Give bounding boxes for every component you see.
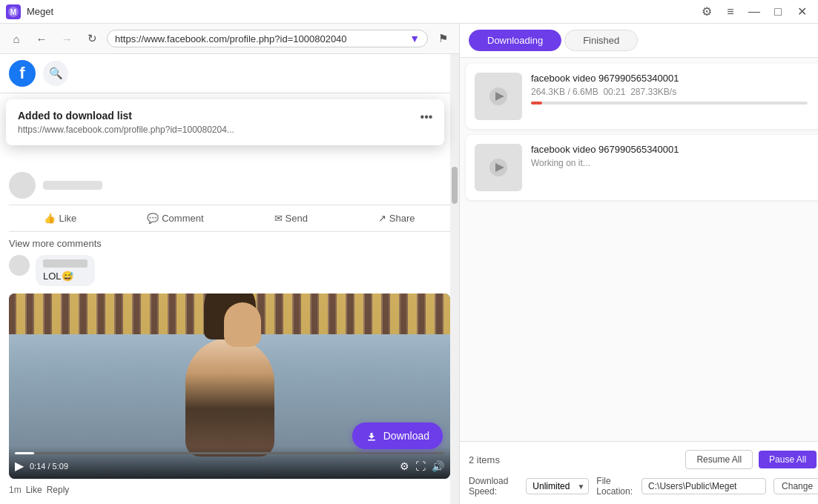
download-tabs: Downloading Finished [460,24,818,58]
right-panel: Downloading Finished facebook video 9679… [460,24,818,504]
send-icon: ✉ [274,213,283,224]
item-thumbnail [475,144,522,191]
bookmark-button[interactable]: ⚑ [432,28,453,49]
reply-button[interactable]: Reply [47,485,70,495]
item-title: facebook video 967990565340001 [531,73,808,84]
bottom-bar-bottom: Download Speed: Unlimited 512 KB/s 1 MB/… [469,476,818,497]
comment-time: 1m [9,485,22,495]
home-button[interactable]: ⌂ [6,28,27,49]
main-layout: ⌂ ← → ↻ ▼ ⚑ f 🔍 Added to downlo [0,24,818,504]
download-item: facebook video 967990565340001 Working o… [466,135,818,200]
item-status: Working on it... [531,158,818,168]
post-area: 👍 Like 💬 Comment ✉ Send ↗ [0,166,459,501]
close-button[interactable]: ✕ [791,1,812,22]
play-icon [488,157,509,178]
pause-all-button[interactable]: Pause All [759,451,817,468]
title-bar: M Meget ⚙ ≡ — □ ✕ [0,0,818,24]
comment-button[interactable]: 💬 Comment [141,210,209,227]
video-progress-fill [15,452,34,454]
video-player[interactable]: ▶ 0:14 / 5:09 ⚙ ⛶ 🔊 [9,294,450,479]
browser-content: f 🔍 Added to download list https://www.f… [0,54,459,504]
share-label: Share [389,213,415,224]
share-icon: ↗ [378,213,386,224]
download-items-list: facebook video 967990565340001 264.3KB /… [460,58,818,441]
comment-reply-row: 1m Like Reply [9,485,450,495]
resume-all-button[interactable]: Resume All [685,450,753,469]
comment-row: LOL😅 [9,255,450,286]
speed-select-wrapper: Unlimited 512 KB/s 1 MB/s 2 MB/s ▼ [526,478,589,494]
bottom-actions: Resume All Pause All 🗑 [685,449,818,470]
tab-downloading[interactable]: Downloading [469,30,561,51]
bottom-bar: 2 items Resume All Pause All 🗑 Download … [460,441,818,504]
video-controls: ▶ 0:14 / 5:09 ⚙ ⛶ 🔊 [9,446,450,479]
maximize-button[interactable]: □ [768,1,788,22]
comment-icon: 💬 [147,213,159,224]
play-icon [488,86,509,107]
browser-panel: ⌂ ← → ↻ ▼ ⚑ f 🔍 Added to downlo [0,24,460,504]
send-button[interactable]: ✉ Send [268,210,314,227]
download-button[interactable]: Download [352,422,443,449]
settings-button[interactable]: ⚙ [696,1,717,22]
download-button-container: Download [352,422,443,449]
video-progress-bar[interactable] [15,452,444,454]
svg-rect-2 [368,440,375,441]
post-header [9,172,450,199]
download-label: Download [383,430,429,442]
like-button[interactable]: 👍 Like [38,210,82,227]
reply-like-button[interactable]: Like [26,485,42,495]
address-input[interactable] [115,33,405,44]
like-icon: 👍 [44,213,56,224]
download-speed-label: Download Speed: [469,476,518,497]
menu-button[interactable]: ≡ [720,1,741,22]
facebook-header: f 🔍 [0,54,459,93]
popup-url: https://www.facebook.com/profile.php?id=… [18,125,432,135]
nav-bar: ⌂ ← → ↻ ▼ ⚑ [0,24,459,54]
browser-inner: f 🔍 Added to download list https://www.f… [0,54,459,504]
comment-bubble: LOL😅 [36,255,95,286]
item-meta: 264.3KB / 6.6MB 00:21 287.33KB/s [531,87,808,97]
comment-label: Comment [162,213,203,224]
app-title: Meget [27,6,53,17]
post-avatar [9,172,36,199]
video-time-display: 0:14 / 5:09 [30,462,68,471]
address-dropdown-icon[interactable]: ▼ [409,33,420,44]
reload-button[interactable]: ↻ [82,28,102,49]
item-progress-bar [531,102,808,105]
commenter-avatar [9,255,30,276]
send-label: Send [286,213,308,224]
forward-button[interactable]: → [56,28,77,49]
facebook-logo: f [9,60,36,87]
file-location-label: File Location: [596,476,634,497]
view-comments-link[interactable]: View more comments [9,238,450,249]
tab-finished[interactable]: Finished [564,30,638,51]
download-item: facebook video 967990565340001 264.3KB /… [466,64,818,129]
download-popup: Added to download list https://www.faceb… [6,99,444,145]
post-actions: 👍 Like 💬 Comment ✉ Send ↗ [9,205,450,232]
bottom-bar-top: 2 items Resume All Pause All 🗑 [469,449,818,470]
item-info: facebook video 967990565340001 264.3KB /… [531,73,808,107]
video-play-button[interactable]: ▶ [15,459,24,473]
speed-select[interactable]: Unlimited 512 KB/s 1 MB/s 2 MB/s [526,478,589,494]
item-thumbnail [475,73,522,120]
back-button[interactable]: ← [31,28,52,49]
commenter-name [43,259,88,268]
browser-scroll-thumb [452,167,458,204]
change-location-button[interactable]: Change [774,478,818,494]
item-info: facebook video 967990565340001 Working o… [531,144,818,168]
share-button[interactable]: ↗ Share [372,210,421,227]
popup-more-button[interactable]: ••• [416,107,437,127]
minimize-button[interactable]: — [744,1,765,22]
video-volume-button[interactable]: 🔊 [432,460,444,472]
items-count: 2 items [469,454,500,465]
video-fullscreen-button[interactable]: ⛶ [415,460,426,472]
item-title: facebook video 967990565340001 [531,144,818,155]
popup-title: Added to download list [18,110,432,122]
like-label: Like [59,213,76,224]
search-button[interactable]: 🔍 [43,61,68,86]
video-settings-button[interactable]: ⚙ [400,460,409,472]
app-icon: M [6,4,21,19]
browser-scrollbar[interactable] [450,54,459,504]
item-progress-fill [531,102,542,105]
svg-text:M: M [10,8,16,16]
file-location-input[interactable] [641,478,766,494]
